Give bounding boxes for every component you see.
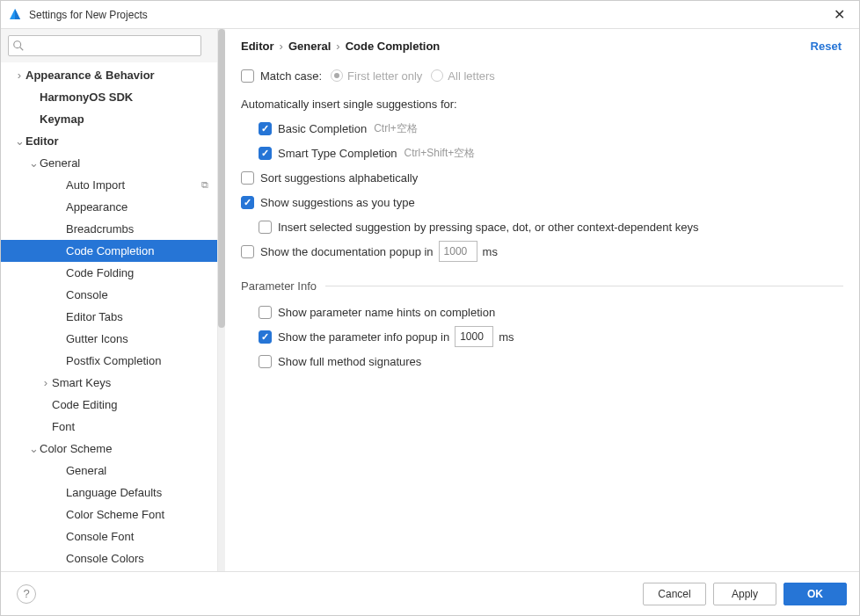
breadcrumb-part[interactable]: Editor bbox=[241, 40, 274, 53]
tree-item[interactable]: Code Completion bbox=[1, 240, 217, 262]
first-letter-radio bbox=[331, 69, 343, 82]
insert-selected-label: Insert selected suggestion by pressing s… bbox=[278, 221, 698, 234]
tree-item-label: Code Completion bbox=[66, 244, 217, 257]
tree-item[interactable]: Breadcrumbs bbox=[1, 218, 217, 240]
tree-item-label: Color Scheme Font bbox=[66, 508, 217, 521]
reset-link[interactable]: Reset bbox=[811, 40, 842, 53]
tree-item[interactable]: General bbox=[1, 460, 217, 482]
tree-item-label: Color Scheme bbox=[40, 442, 217, 455]
tree-item[interactable]: Console Colors bbox=[1, 547, 217, 569]
project-scope-icon: ⧉ bbox=[201, 179, 208, 191]
basic-completion-checkbox[interactable] bbox=[259, 122, 272, 135]
tree-item-label: Console Colors bbox=[66, 552, 217, 565]
sort-alpha-label: Sort suggestions alphabetically bbox=[260, 171, 418, 185]
tree-item-label: Font bbox=[52, 420, 217, 433]
show-param-popup-label-pre: Show the parameter info popup in bbox=[278, 330, 449, 344]
app-icon bbox=[8, 8, 22, 22]
tree-item-label: General bbox=[40, 156, 217, 170]
chevron-right-icon: › bbox=[13, 69, 26, 82]
param-popup-ms-input[interactable] bbox=[455, 326, 493, 347]
match-case-checkbox[interactable] bbox=[241, 69, 254, 83]
tree-item[interactable]: Console bbox=[1, 284, 217, 306]
tree-item-label: General bbox=[66, 464, 217, 477]
tree-item-label: HarmonyOS SDK bbox=[40, 91, 217, 104]
search-input[interactable] bbox=[8, 35, 201, 56]
tree-item[interactable]: Appearance bbox=[1, 196, 217, 218]
tree-item[interactable]: Gutter Icons bbox=[1, 328, 217, 350]
smart-completion-hint: Ctrl+Shift+空格 bbox=[404, 146, 476, 161]
chevron-down-icon: ⌄ bbox=[27, 156, 40, 170]
tree-item-label: Breadcrumbs bbox=[66, 222, 217, 236]
cancel-button[interactable]: Cancel bbox=[643, 583, 706, 605]
show-doc-label-post: ms bbox=[483, 245, 498, 258]
tree-item[interactable]: Editor Tabs bbox=[1, 306, 217, 328]
tree-item-label: Code Editing bbox=[52, 398, 217, 411]
show-param-hints-checkbox[interactable] bbox=[259, 306, 272, 319]
footer: ? Cancel Apply OK bbox=[1, 571, 859, 615]
tree-item-label: Console bbox=[66, 288, 217, 301]
parameter-info-heading: Parameter Info bbox=[241, 279, 843, 293]
tree-item-label: Editor bbox=[26, 134, 217, 148]
apply-button[interactable]: Apply bbox=[713, 583, 776, 605]
basic-completion-hint: Ctrl+空格 bbox=[374, 121, 418, 136]
show-as-type-checkbox[interactable] bbox=[241, 196, 254, 209]
show-full-sig-label: Show full method signatures bbox=[278, 355, 421, 368]
show-doc-checkbox[interactable] bbox=[241, 245, 254, 258]
match-case-label: Match case: bbox=[260, 69, 322, 83]
tree-item[interactable]: Console Font bbox=[1, 525, 217, 547]
titlebar: Settings for New Projects ✕ bbox=[1, 1, 859, 29]
tree-item[interactable]: Auto Import⧉ bbox=[1, 174, 217, 196]
window-title: Settings for New Projects bbox=[29, 9, 827, 21]
breadcrumb: Editor › General › Code Completion bbox=[241, 40, 811, 53]
chevron-down-icon: ⌄ bbox=[13, 134, 26, 148]
tree-item[interactable]: ›Smart Keys bbox=[1, 372, 217, 394]
insert-selected-checkbox[interactable] bbox=[259, 221, 272, 234]
show-as-type-label: Show suggestions as you type bbox=[260, 196, 415, 209]
tree-item-label: Language Defaults bbox=[66, 486, 217, 499]
tree-item[interactable]: HarmonyOS SDK bbox=[1, 86, 217, 108]
tree-item[interactable]: Code Editing bbox=[1, 394, 217, 416]
doc-popup-ms-input[interactable] bbox=[439, 241, 477, 262]
chevron-down-icon: ⌄ bbox=[27, 442, 40, 455]
tree-item-label: Code Folding bbox=[66, 266, 217, 279]
chevron-right-icon: › bbox=[40, 376, 52, 389]
tree-item[interactable]: ›Appearance & Behavior bbox=[1, 64, 217, 86]
sort-alpha-checkbox[interactable] bbox=[241, 171, 254, 185]
show-full-sig-checkbox[interactable] bbox=[259, 355, 272, 368]
breadcrumb-part: Code Completion bbox=[346, 40, 441, 53]
tree-item[interactable]: Color Scheme Font bbox=[1, 504, 217, 525]
show-doc-label-pre: Show the documentation popup in bbox=[260, 245, 434, 258]
tree-item[interactable]: ⌄Editor bbox=[1, 130, 217, 152]
first-letter-label: First letter only bbox=[347, 69, 422, 83]
tree-item-label: Console Font bbox=[66, 530, 217, 543]
tree-item-label: Gutter Icons bbox=[66, 332, 217, 345]
all-letters-label: All letters bbox=[448, 69, 494, 83]
help-button[interactable]: ? bbox=[17, 584, 36, 604]
breadcrumb-part[interactable]: General bbox=[288, 40, 331, 53]
tree-item[interactable]: Font bbox=[1, 416, 217, 438]
smart-completion-checkbox[interactable] bbox=[259, 147, 272, 160]
ok-button[interactable]: OK bbox=[783, 583, 847, 605]
close-button[interactable]: ✕ bbox=[827, 6, 852, 23]
tree-item[interactable]: ⌄General bbox=[1, 152, 217, 174]
svg-point-0 bbox=[14, 41, 21, 48]
settings-tree[interactable]: ›Appearance & BehaviorHarmonyOS SDKKeyma… bbox=[1, 62, 217, 571]
tree-item[interactable]: Code Folding bbox=[1, 262, 217, 284]
tree-item[interactable]: Keymap bbox=[1, 108, 217, 130]
sidebar: ›Appearance & BehaviorHarmonyOS SDKKeyma… bbox=[1, 29, 218, 571]
basic-completion-label: Basic Completion bbox=[278, 122, 367, 135]
smart-completion-label: Smart Type Completion bbox=[278, 147, 397, 160]
svg-line-1 bbox=[20, 47, 24, 51]
tree-item[interactable]: ⌄Color Scheme bbox=[1, 438, 217, 460]
search-field[interactable] bbox=[26, 40, 197, 52]
tree-item-label: Editor Tabs bbox=[66, 310, 217, 323]
tree-item-label: Smart Keys bbox=[52, 376, 217, 389]
tree-item-label: Postfix Completion bbox=[66, 354, 217, 367]
show-param-popup-label-post: ms bbox=[499, 330, 514, 344]
tree-item[interactable]: Postfix Completion bbox=[1, 350, 217, 372]
search-icon bbox=[12, 40, 25, 52]
tree-item-label: Appearance & Behavior bbox=[26, 69, 217, 82]
show-param-popup-checkbox[interactable] bbox=[259, 330, 272, 344]
tree-item[interactable]: Language Defaults bbox=[1, 482, 217, 504]
sidebar-scrollbar[interactable] bbox=[218, 29, 225, 571]
